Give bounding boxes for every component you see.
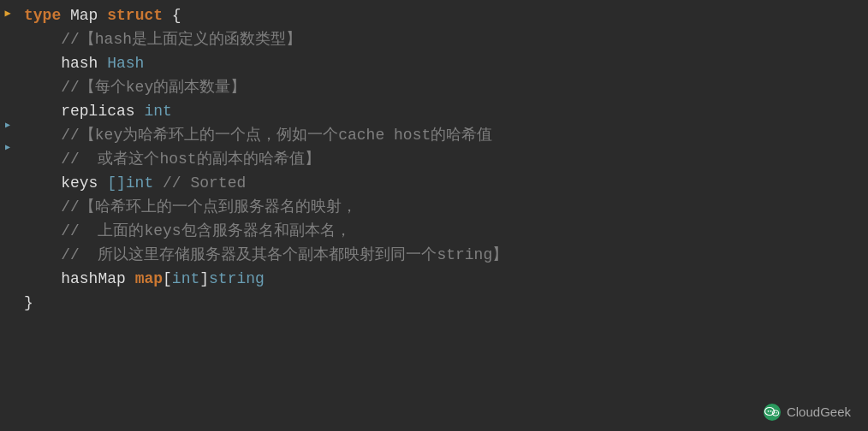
comment-10: // 上面的keys包含服务器名和副本名， <box>24 219 351 243</box>
code-editor: ▶ ▶ ▶ type Map struct { //【hash是上面定义的函数类… <box>0 0 868 431</box>
comment-9: //【哈希环上的一个点到服务器名的映射， <box>24 195 357 219</box>
brace-open: { <box>163 3 181 27</box>
gutter-2 <box>3 26 12 48</box>
code-line-8: keys []int // Sorted <box>24 171 868 195</box>
wechat-icon <box>763 403 782 422</box>
keyword-type: type <box>24 3 61 27</box>
code-line-4: //【每个key的副本数量】 <box>24 75 868 99</box>
code-line-1: type Map struct { <box>24 3 868 27</box>
type-int-1: int <box>144 99 171 123</box>
gutter-10 <box>3 204 12 226</box>
gutter-5 <box>3 92 12 115</box>
code-line-9: //【哈希环上的一个点到服务器名的映射， <box>24 195 868 219</box>
watermark: CloudGeek <box>763 402 851 422</box>
type-slice-int: []int <box>107 171 153 195</box>
type-Hash: Hash <box>107 51 144 75</box>
text-map-struct: Map <box>61 3 107 27</box>
comment-6: //【key为哈希环上的一个点，例如一个cache host的哈希值 <box>24 123 492 147</box>
keyword-struct: struct <box>107 3 163 27</box>
gutter-fold-6: ▶ <box>3 115 12 137</box>
comment-7: // 或者这个host的副本的哈希值】 <box>24 147 320 171</box>
code-line-11: // 所以这里存储服务器及其各个副本都映射到同一个string】 <box>24 243 868 267</box>
type-string: string <box>209 267 265 291</box>
field-hashmap: hashMap <box>24 267 135 291</box>
comment-11: // 所以这里存储服务器及其各个副本都映射到同一个string】 <box>24 243 508 267</box>
gutter-4 <box>3 70 12 92</box>
gutter-13 <box>3 270 12 292</box>
svg-point-3 <box>768 410 770 412</box>
type-int-2: int <box>172 267 199 291</box>
code-line-7: // 或者这个host的副本的哈希值】 <box>24 147 868 171</box>
code-line-5: replicas int <box>24 99 868 123</box>
keyword-map: map <box>135 267 163 291</box>
gutter-8 <box>3 159 12 181</box>
code-line-12: hashMap map[int]string <box>24 267 868 291</box>
gutter-fold-1: ▶ <box>3 3 12 26</box>
field-hash: hash <box>24 51 107 75</box>
gutter-11 <box>3 226 12 248</box>
svg-point-6 <box>776 412 776 413</box>
code-content: type Map struct { //【hash是上面定义的函数类型】 has… <box>15 0 868 431</box>
svg-point-4 <box>770 410 772 412</box>
comment-2: //【hash是上面定义的函数类型】 <box>24 27 301 51</box>
comment-4: //【每个key的副本数量】 <box>24 75 246 99</box>
brace-close: } <box>24 291 33 315</box>
gutter-9 <box>3 181 12 204</box>
field-keys: keys <box>24 171 107 195</box>
code-line-13: } <box>24 291 868 315</box>
code-line-3: hash Hash <box>24 51 868 75</box>
svg-point-5 <box>774 412 775 413</box>
gutter-12 <box>3 248 12 270</box>
code-line-6: //【key为哈希环上的一个点，例如一个cache host的哈希值 <box>24 123 868 147</box>
code-line-2: //【hash是上面定义的函数类型】 <box>24 27 868 51</box>
gutter-3 <box>3 48 12 70</box>
comment-sorted: // Sorted <box>153 171 246 195</box>
gutter: ▶ ▶ ▶ <box>0 0 15 431</box>
bracket-open: [ <box>163 267 172 291</box>
bracket-close: ] <box>199 267 209 291</box>
gutter-fold-7: ▶ <box>3 137 12 159</box>
code-line-10: // 上面的keys包含服务器名和副本名， <box>24 219 868 243</box>
field-replicas: replicas <box>24 99 144 123</box>
watermark-label: CloudGeek <box>787 402 851 422</box>
